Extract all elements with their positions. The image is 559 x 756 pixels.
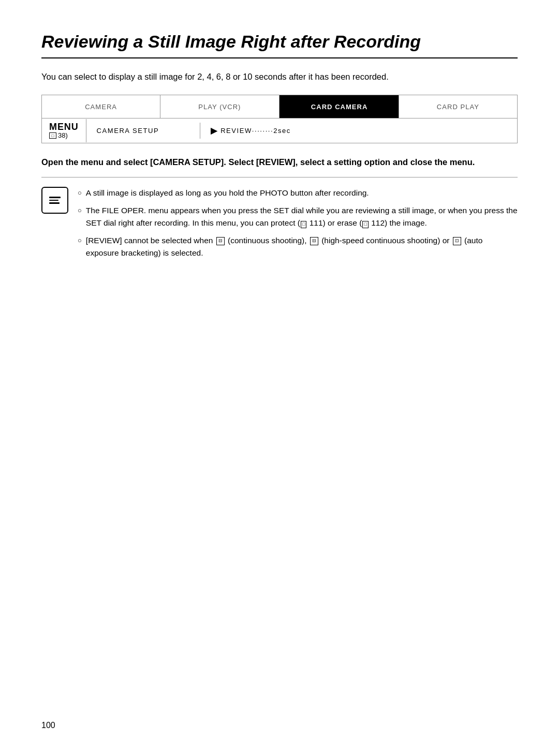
book-icon: □ xyxy=(49,132,56,139)
bullet-2: ○ xyxy=(78,204,82,216)
highspeed-shoot-icon: ⊟ xyxy=(310,237,318,245)
pencil-icon xyxy=(49,197,61,204)
title-divider xyxy=(41,57,518,58)
note-content: ○ A still image is displayed as long as … xyxy=(78,187,518,264)
menu-row: MENU □ 38) CAMERA SETUP ▶ REVIEW········… xyxy=(41,118,518,143)
note-text-1: A still image is displayed as long as yo… xyxy=(86,187,518,199)
camera-setup-cell: CAMERA SETUP xyxy=(86,123,200,139)
arrow-right-icon: ▶ xyxy=(211,126,218,136)
note-item-3: ○ [REVIEW] cannot be selected when ⊟ (co… xyxy=(78,234,518,259)
menu-label-block: MENU □ 38) xyxy=(42,119,86,142)
tab-card-play[interactable]: CARD PLAY xyxy=(399,95,517,118)
tab-camera[interactable]: CAMERA xyxy=(42,95,160,118)
page-number: 100 xyxy=(41,721,55,730)
note-item-2: ○ The FILE OPER. menu appears when you p… xyxy=(78,204,518,229)
note-icon xyxy=(41,187,68,214)
tab-card-camera[interactable]: CARD CAMERA xyxy=(281,95,399,118)
note-text-3: [REVIEW] cannot be selected when ⊟ (cont… xyxy=(86,234,518,259)
tab-play-vcr[interactable]: PLAY (VCR) xyxy=(160,95,279,118)
auto-exposure-icon: ⊡ xyxy=(453,237,461,245)
note-item-1: ○ A still image is displayed as long as … xyxy=(78,187,518,199)
intro-text: You can select to display a still image … xyxy=(41,70,518,83)
note-text-2: The FILE OPER. menu appears when you pre… xyxy=(86,204,518,229)
instruction-text: Open the menu and select [CAMERA SETUP].… xyxy=(41,156,518,169)
review-cell: ▶ REVIEW········2sec xyxy=(200,122,517,140)
page-title: Reviewing a Still Image Right after Reco… xyxy=(41,31,518,52)
book-ref-112: □ xyxy=(362,221,368,228)
bullet-3: ○ xyxy=(78,234,82,246)
tab-bar: CAMERA PLAY (VCR) CARD CAMERA CARD PLAY xyxy=(41,95,518,118)
menu-word: MENU xyxy=(49,122,79,131)
section-divider xyxy=(41,177,518,177)
note-section: ○ A still image is displayed as long as … xyxy=(41,187,518,264)
menu-page-ref: □ 38) xyxy=(49,131,68,139)
book-ref-111: □ xyxy=(301,221,306,228)
bullet-1: ○ xyxy=(78,187,82,199)
continuous-shoot-icon: ⊟ xyxy=(216,237,225,245)
